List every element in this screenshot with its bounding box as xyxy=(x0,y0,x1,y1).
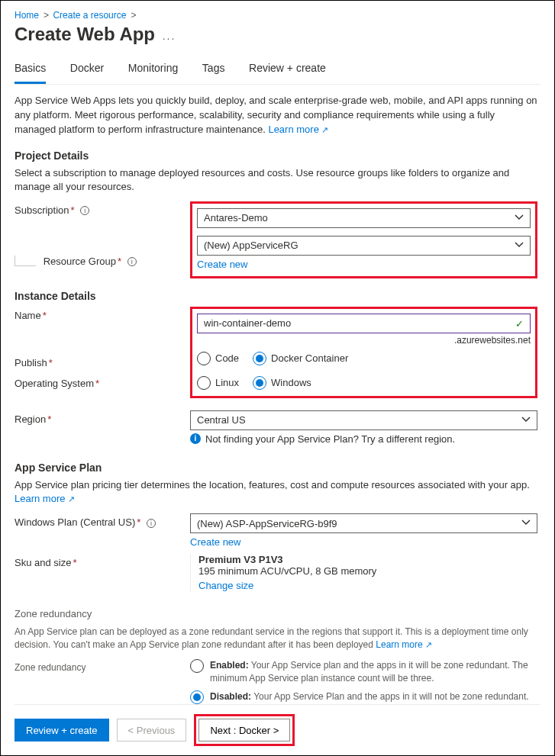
zone-disabled-radio[interactable] xyxy=(190,690,204,704)
tab-review[interactable]: Review + create xyxy=(249,56,326,82)
subscription-select[interactable]: Antares-Demo xyxy=(197,208,531,228)
plan-create-new[interactable]: Create new xyxy=(190,536,240,548)
instance-details-heading: Instance Details xyxy=(15,290,537,302)
zone-field-label: Zone redundancy xyxy=(15,659,190,673)
os-linux-radio[interactable]: Linux xyxy=(197,376,239,390)
breadcrumb: Home> Create a resource> xyxy=(15,10,540,21)
change-size-link[interactable]: Change size xyxy=(198,580,253,591)
project-details-heading: Project Details xyxy=(15,150,537,162)
chevron-down-icon xyxy=(521,518,531,529)
publish-code-radio[interactable]: Code xyxy=(197,352,239,365)
zone-enabled-radio[interactable] xyxy=(190,659,204,673)
resource-group-create-new[interactable]: Create new xyxy=(197,259,247,270)
footer: Review + create < Previous Next : Docker… xyxy=(15,704,540,755)
os-label: Operating System* xyxy=(15,375,190,389)
tabs: Basics Docker Monitoring Tags Review + c… xyxy=(15,56,540,85)
info-solid-icon: i xyxy=(190,433,201,444)
sku-name: Premium V3 P1V3 xyxy=(198,554,537,565)
resource-group-label: Resource Group xyxy=(44,256,116,267)
tab-basics[interactable]: Basics xyxy=(15,56,46,84)
region-hint: Not finding your App Service Plan? Try a… xyxy=(205,433,455,445)
publish-docker-radio[interactable]: Docker Container xyxy=(253,352,348,365)
info-icon[interactable]: i xyxy=(147,519,156,528)
more-icon[interactable]: ··· xyxy=(163,32,176,44)
publish-label: Publish* xyxy=(15,354,190,368)
region-label: Region* xyxy=(15,410,190,425)
plan-desc: App Service plan pricing tier determines… xyxy=(15,478,537,506)
sku-detail: 195 minimum ACU/vCPU, 8 GB memory xyxy=(198,565,537,577)
project-details-desc: Select a subscription to manage deployed… xyxy=(15,166,537,194)
tab-tags[interactable]: Tags xyxy=(202,56,225,82)
review-create-button[interactable]: Review + create xyxy=(15,719,109,742)
domain-suffix: .azurewebsites.net xyxy=(197,335,531,346)
zone-redundancy-heading: Zone redundancy xyxy=(15,608,537,619)
zone-desc: An App Service plan can be deployed as a… xyxy=(15,626,537,651)
os-radio-group: Linux Windows xyxy=(197,376,531,390)
plan-learn-more[interactable]: Learn more xyxy=(15,493,75,504)
windows-plan-select[interactable]: (New) ASP-AppServiceRG-b9f9 xyxy=(190,513,537,533)
publish-radio-group: Code Docker Container xyxy=(197,352,531,365)
chevron-down-icon xyxy=(515,213,524,224)
info-icon[interactable]: i xyxy=(80,206,89,215)
page-title: Create Web App xyxy=(15,24,155,45)
breadcrumb-home[interactable]: Home xyxy=(15,10,39,21)
zone-learn-more[interactable]: Learn more xyxy=(376,639,431,650)
chevron-down-icon xyxy=(521,415,531,426)
resource-group-select[interactable]: (New) AppServiceRG xyxy=(197,236,531,256)
info-icon[interactable]: i xyxy=(127,257,137,266)
tab-monitoring[interactable]: Monitoring xyxy=(128,56,178,82)
previous-button: < Previous xyxy=(117,719,187,742)
name-input[interactable]: win-container-demo ✓ xyxy=(197,314,531,333)
chevron-down-icon xyxy=(515,240,524,252)
sku-label: Sku and size* xyxy=(15,554,190,568)
tab-docker[interactable]: Docker xyxy=(70,56,104,82)
breadcrumb-create-resource[interactable]: Create a resource xyxy=(53,10,126,21)
intro-text: App Service Web Apps lets you quickly bu… xyxy=(15,94,537,137)
os-windows-radio[interactable]: Windows xyxy=(253,376,311,390)
check-icon: ✓ xyxy=(515,318,524,330)
app-service-plan-heading: App Service Plan xyxy=(15,462,537,474)
intro-learn-more[interactable]: Learn more xyxy=(268,124,328,135)
region-select[interactable]: Central US xyxy=(190,410,537,430)
next-docker-button[interactable]: Next : Docker > xyxy=(198,719,290,742)
subscription-label: Subscription* i xyxy=(15,201,190,216)
windows-plan-label: Windows Plan (Central US)* i xyxy=(15,513,190,528)
name-label: Name* xyxy=(15,307,190,321)
